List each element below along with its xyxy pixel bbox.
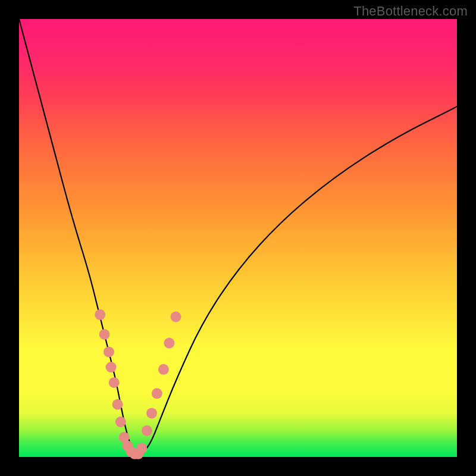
data-point [164,338,174,349]
curve-layer [19,19,457,457]
chart-frame: TheBottleneck.com [0,0,476,476]
data-point [104,346,114,357]
data-point [115,416,126,427]
watermark-text: TheBottleneck.com [353,4,468,19]
data-point [95,309,105,320]
data-point [136,443,147,453]
bottleneck-curve [19,19,457,454]
data-point [99,329,110,340]
data-point [171,312,181,322]
data-point [158,364,169,375]
data-point [109,377,120,388]
data-point [106,362,117,372]
data-point [152,388,162,399]
plot-area [19,19,457,457]
data-point [142,425,152,436]
data-point [112,399,123,410]
data-point [146,408,157,418]
data-points-group [95,309,181,459]
